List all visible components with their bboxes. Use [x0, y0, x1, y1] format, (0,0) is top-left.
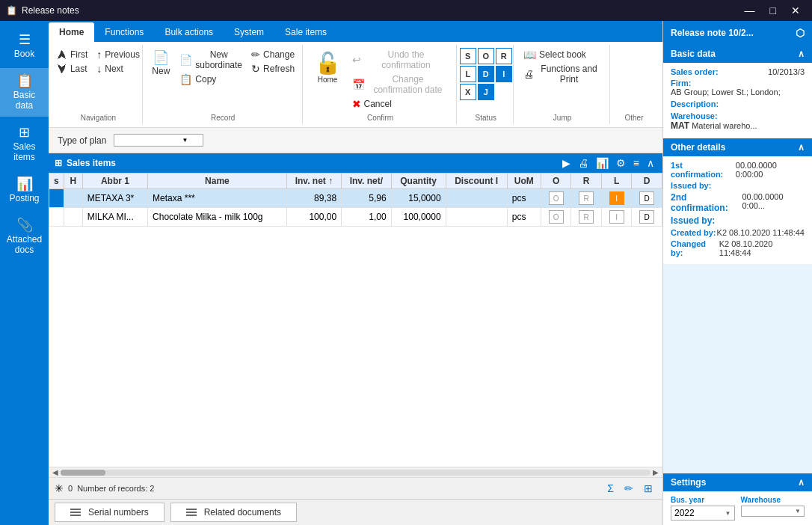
new-icon: 📄 [153, 51, 169, 64]
row-o: O [541, 189, 571, 208]
col-o[interactable]: O [541, 174, 571, 189]
scroll-thumb[interactable] [61, 470, 105, 476]
jump-j-button[interactable]: J [478, 84, 494, 100]
col-inv-net[interactable]: Inv. net ↑ [286, 174, 341, 189]
cancel-button[interactable]: ✖ Cancel [348, 97, 452, 111]
undo-confirmation-button[interactable]: ↩ Undo the confirmation [348, 48, 452, 72]
minimize-button[interactable]: — [739, 3, 761, 18]
previous-button[interactable]: ↑ Previous [93, 48, 144, 61]
horizontal-scrollbar[interactable]: ◀ ▶ [49, 467, 662, 477]
jump-x-button[interactable]: X [460, 84, 476, 100]
scroll-track[interactable] [61, 470, 650, 476]
last-button[interactable]: ⮟ Last [53, 62, 91, 76]
basic-data-header[interactable]: Basic data ∧ [663, 45, 812, 63]
next-button[interactable]: ↓ Next [93, 62, 144, 76]
jump-l-button[interactable]: L [460, 66, 476, 82]
print-icon2[interactable]: 🖨 [576, 156, 591, 170]
settings-warehouse-arrow: ▼ [795, 508, 801, 515]
col-name[interactable]: Name [148, 174, 287, 189]
other-label: Other [624, 114, 643, 124]
col-inv-net2[interactable]: Inv. net/ [342, 174, 391, 189]
issued-by-label: Issued by: [671, 181, 711, 190]
play-icon[interactable]: ▶ [560, 156, 573, 170]
settings-warehouse-input[interactable]: ▼ [741, 506, 805, 517]
bars-icon[interactable]: ≡ [631, 156, 642, 170]
jump-i-button[interactable]: I [496, 66, 512, 82]
table-row[interactable]: MILKA MI... Chocolate Milka - milk 100g … [49, 208, 662, 227]
confirm-button[interactable]: 🔓 Home [309, 48, 347, 87]
d-btn2[interactable]: D [639, 210, 654, 224]
col-r[interactable]: R [571, 174, 602, 189]
serial-numbers-button[interactable]: Serial numbers [55, 503, 164, 522]
sales-items-title: Sales items [67, 158, 116, 168]
col-d[interactable]: D [632, 174, 662, 189]
select-book-button[interactable]: 📖 Select book [520, 48, 605, 61]
expand-icon[interactable]: ⬡ [796, 27, 805, 39]
jump-r-button[interactable]: R [496, 48, 512, 64]
sidebar-item-posting[interactable]: 📊 Posting [0, 171, 49, 209]
new-button[interactable]: 📄 New [147, 48, 174, 79]
tab-system[interactable]: System [224, 22, 274, 42]
maximize-button[interactable]: □ [764, 3, 782, 18]
r-btn[interactable]: R [579, 191, 594, 205]
chart-icon[interactable]: 📊 [594, 156, 611, 170]
sales-items-table: s H Abbr 1 Name Inv. net ↑ Inv. net/ Qua… [49, 173, 662, 467]
sales-order-value: 10/2013/3 [768, 67, 805, 76]
d-btn[interactable]: D [639, 191, 654, 205]
tab-home[interactable]: Home [49, 22, 94, 42]
tab-bulk[interactable]: Bulk actions [154, 22, 224, 42]
functions-print-button[interactable]: 🖨 Functions and Print [520, 62, 605, 86]
copy-button[interactable]: 📋 Copy [176, 73, 246, 86]
ribbon-group-other: Other [612, 45, 656, 124]
scroll-left-arrow[interactable]: ◀ [50, 468, 61, 476]
scroll-right-arrow[interactable]: ▶ [650, 468, 661, 476]
settings-header[interactable]: Settings ∧ [663, 473, 812, 491]
row-discount [446, 208, 507, 227]
col-abbr[interactable]: Abbr 1 [82, 174, 147, 189]
settings-icon[interactable]: ⚙ [614, 156, 628, 170]
other-details-title: Other details [671, 142, 725, 153]
sidebar-item-attached-docs[interactable]: 📎 Attacheddocs [0, 212, 49, 261]
row-s [49, 208, 64, 227]
first-icon: ⮝ [57, 49, 67, 60]
related-documents-button[interactable]: Related documents [170, 503, 297, 522]
col-h[interactable]: H [64, 174, 82, 189]
basic-data-title: Basic data [671, 49, 716, 59]
first-conf-label: 1st confirmation: [671, 161, 736, 179]
o-btn[interactable]: O [549, 191, 564, 205]
sidebar-item-sales-items[interactable]: ⊞ Salesitems [0, 120, 49, 168]
l-btn2[interactable]: I [609, 210, 624, 224]
settings-warehouse-label: Warehouse [741, 496, 805, 504]
jump-o-button[interactable]: O [478, 48, 494, 64]
bus-year-input[interactable]: 2022 ▼ [671, 506, 735, 521]
col-l[interactable]: L [601, 174, 632, 189]
sidebar-item-book[interactable]: ☰ Book [0, 27, 49, 65]
table-row[interactable]: METAXA 3* Metaxa *** 89,38 5,96 15,0000 … [49, 189, 662, 208]
table-settings-button[interactable]: ⊞ [640, 481, 656, 496]
tab-sale-items[interactable]: Sale items [274, 22, 337, 42]
first-button[interactable]: ⮝ First [53, 48, 91, 61]
sigma-button[interactable]: Σ [603, 481, 618, 496]
collapse-icon[interactable]: ∧ [645, 156, 656, 170]
o-btn2[interactable]: O [549, 210, 564, 224]
change-confirmation-date-button[interactable]: 📅 Change confirmation date [348, 73, 452, 96]
col-s[interactable]: s [49, 174, 64, 189]
other-details-header[interactable]: Other details ∧ [663, 138, 812, 156]
edit-status-button[interactable]: ✏ [621, 481, 637, 496]
type-of-plan-select[interactable]: ▼ [114, 134, 203, 147]
new-subordinate-button[interactable]: 📄 New subordinate [176, 48, 246, 72]
col-quantity[interactable]: Quantity [391, 174, 446, 189]
attached-docs-icon: 📎 [16, 218, 33, 232]
r-btn2[interactable]: R [579, 210, 594, 224]
col-discount[interactable]: Discount I [446, 174, 507, 189]
change-button[interactable]: ✏ Change [247, 48, 298, 61]
col-uom[interactable]: UoM [507, 174, 541, 189]
jump-s-button[interactable]: S [460, 48, 476, 64]
refresh-button[interactable]: ↻ Refresh [247, 62, 298, 76]
sidebar-item-basic-data[interactable]: 📋 Basicdata [0, 68, 49, 117]
ribbon-group-confirm: 🔓 Home ↩ Undo the confirmation 📅 Change … [304, 45, 458, 124]
tab-functions[interactable]: Functions [94, 22, 154, 42]
jump-d-button[interactable]: D [478, 66, 494, 82]
l-btn[interactable]: I [609, 191, 624, 205]
close-button[interactable]: ✕ [785, 3, 806, 18]
